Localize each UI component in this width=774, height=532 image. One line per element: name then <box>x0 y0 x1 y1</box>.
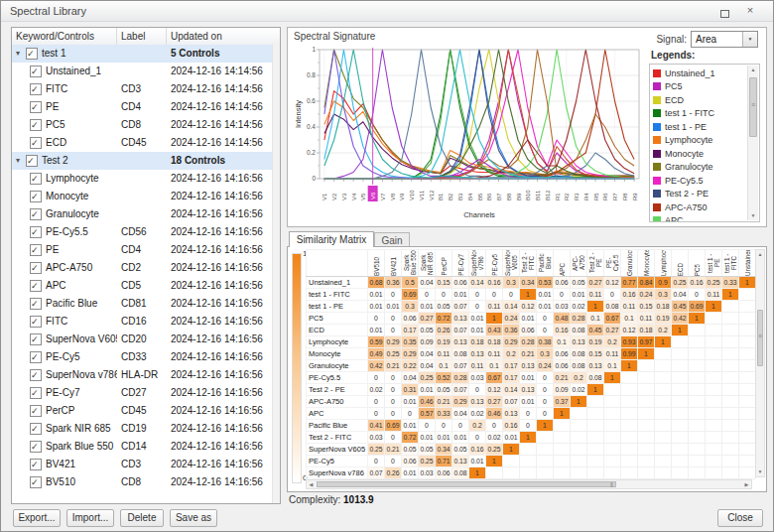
control-checkbox[interactable] <box>30 387 42 399</box>
library-control-row[interactable]: Granulocyte2024-12-16 14:16:56 <box>12 205 273 223</box>
legend-scroll-thumb[interactable] <box>749 77 757 137</box>
control-checkbox[interactable] <box>30 333 42 345</box>
matrix-col-header-text: PE-Cy5.5 <box>605 250 619 276</box>
library-control-row[interactable]: Unstained_12024-12-16 14:14:56 <box>12 63 273 80</box>
matrix-cell: 0.06 <box>554 348 571 360</box>
control-checkbox[interactable] <box>30 66 42 77</box>
control-checkbox[interactable] <box>30 459 42 470</box>
chevron-down-icon[interactable] <box>742 32 757 47</box>
library-scrollbar[interactable] <box>272 45 280 503</box>
matrix-vertical-scrollbar[interactable] <box>755 249 765 477</box>
control-checkbox[interactable] <box>30 101 42 113</box>
matrix-cell: 1 <box>722 289 739 301</box>
control-checkbox[interactable] <box>30 369 42 381</box>
control-checkbox[interactable] <box>30 298 42 310</box>
library-control-row[interactable]: APCCD52024-12-16 14:16:56 <box>12 277 273 295</box>
library-control-row[interactable]: PE-Cy5CD332024-12-16 14:16:56 <box>12 348 273 366</box>
control-name-cell: ECD <box>12 134 117 152</box>
library-control-row[interactable]: SuperNova V605CD202024-12-16 14:16:56 <box>12 331 273 348</box>
library-control-row[interactable]: PECD42024-12-16 14:14:56 <box>12 98 273 116</box>
library-control-row[interactable]: APC-A750CD22024-12-16 14:16:56 <box>12 259 273 277</box>
matrix-cell <box>689 456 706 467</box>
title-bar[interactable]: Spectral Library × <box>1 1 773 22</box>
expander-icon[interactable] <box>12 45 24 63</box>
library-group-row[interactable]: test 15 Controls <box>12 45 273 63</box>
control-checkbox[interactable] <box>30 244 42 256</box>
matrix-vscroll-thumb[interactable] <box>757 310 763 366</box>
matrix-cell: 0.34 <box>520 277 537 289</box>
column-header-keyword[interactable]: Keyword/Controls <box>12 28 117 45</box>
save-as-button[interactable]: Save as <box>170 509 217 527</box>
library-control-row[interactable]: Lymphocyte2024-12-16 14:16:56 <box>12 170 273 188</box>
matrix-hscroll-thumb[interactable] <box>317 481 616 487</box>
matrix-cell: 0 <box>385 289 402 301</box>
control-checkbox[interactable] <box>30 316 42 328</box>
library-control-row[interactable]: ECDCD452024-12-16 14:14:56 <box>12 134 273 152</box>
control-checkbox[interactable] <box>30 262 42 274</box>
export-button[interactable]: Export... <box>13 509 61 527</box>
matrix-cell: 1 <box>520 432 537 444</box>
library-control-row[interactable]: Pacific BlueCD812024-12-16 14:16:56 <box>12 295 273 313</box>
matrix-cell: 0.71 <box>436 456 452 467</box>
expander-icon[interactable] <box>12 152 24 170</box>
library-control-row[interactable]: PerCPCD452024-12-16 14:16:56 <box>12 402 273 420</box>
library-control-row[interactable]: BV421CD32024-12-16 14:16:56 <box>12 456 273 473</box>
control-checkbox[interactable] <box>30 173 42 185</box>
library-control-row[interactable]: BV510CD82024-12-16 14:16:56 <box>12 473 273 491</box>
library-control-row[interactable]: PECD42024-12-16 14:16:56 <box>12 241 273 259</box>
matrix-cell <box>672 432 689 444</box>
matrix-cell: 0.09 <box>419 336 436 348</box>
group-checkbox[interactable] <box>26 155 38 167</box>
column-header-updated[interactable]: Updated on <box>167 28 280 45</box>
control-name: SuperNova V605 <box>46 331 117 348</box>
control-checkbox[interactable] <box>30 351 42 363</box>
library-control-row[interactable]: PC5CD82024-12-16 14:14:56 <box>12 116 273 134</box>
scroll-up-icon[interactable] <box>756 250 764 259</box>
library-table-panel: Keyword/Controls Label Updated on test 1… <box>11 27 281 504</box>
scroll-left-icon[interactable] <box>307 480 316 488</box>
control-checkbox[interactable] <box>30 476 42 488</box>
control-checkbox[interactable] <box>30 226 42 238</box>
control-checkbox[interactable] <box>30 405 42 417</box>
signal-dropdown[interactable]: Area <box>691 31 758 48</box>
library-control-row[interactable]: PE-Cy7CD272024-12-16 14:16:56 <box>12 384 273 402</box>
matrix-cell: 0.06 <box>402 456 419 467</box>
scroll-up-icon[interactable] <box>748 66 758 74</box>
library-control-row[interactable]: FITCCD32024-12-16 14:14:56 <box>12 80 273 98</box>
control-checkbox[interactable] <box>30 191 42 202</box>
control-label: HLA-DR <box>117 366 167 384</box>
library-control-row[interactable]: Monocyte2024-12-16 14:16:56 <box>12 188 273 205</box>
scroll-down-icon[interactable] <box>748 211 758 220</box>
control-checkbox[interactable] <box>30 280 42 292</box>
library-control-row[interactable]: FITCCD162024-12-16 14:16:56 <box>12 313 273 331</box>
tab-similarity-matrix[interactable]: Similarity Matrix <box>289 231 374 247</box>
import-button[interactable]: Import... <box>66 509 114 527</box>
scroll-down-icon[interactable] <box>756 467 764 476</box>
library-group-row[interactable]: Test 218 Controls <box>12 152 273 170</box>
library-control-row[interactable]: SuperNova v786HLA-DR2024-12-16 14:16:56 <box>12 366 273 384</box>
library-control-row[interactable]: Spark Blue 550CD142024-12-16 14:16:56 <box>12 438 273 456</box>
library-control-row[interactable]: Spark NIR 685CD192024-12-16 14:16:56 <box>12 420 273 438</box>
column-header-label[interactable]: Label <box>117 28 167 45</box>
control-checkbox[interactable] <box>30 137 42 149</box>
group-checkbox[interactable] <box>26 48 38 60</box>
close-window-button[interactable]: × <box>739 4 761 18</box>
maximize-button[interactable] <box>713 4 735 18</box>
tab-gain[interactable]: Gain <box>374 232 410 247</box>
library-control-row[interactable]: PE-Cy5.5CD562024-12-16 14:16:56 <box>12 223 273 241</box>
matrix-cell: 0.16 <box>689 277 706 289</box>
legend-scrollbar[interactable] <box>747 66 758 220</box>
control-checkbox[interactable] <box>30 208 42 220</box>
maximize-icon <box>720 10 729 18</box>
control-checkbox[interactable] <box>30 119 42 131</box>
matrix-cell: 0.18 <box>638 325 655 336</box>
matrix-cell: 0.01 <box>469 325 486 336</box>
delete-button[interactable]: Delete <box>120 509 164 527</box>
control-checkbox[interactable] <box>30 83 42 95</box>
matrix-horizontal-scrollbar[interactable] <box>306 479 752 489</box>
control-checkbox[interactable] <box>30 423 42 435</box>
scroll-right-icon[interactable] <box>742 480 751 488</box>
matrix-row: test 1 - FITC0.0100.69000.0100010.0100.0… <box>307 289 756 301</box>
close-button[interactable]: Close <box>717 509 763 527</box>
control-checkbox[interactable] <box>30 441 42 453</box>
